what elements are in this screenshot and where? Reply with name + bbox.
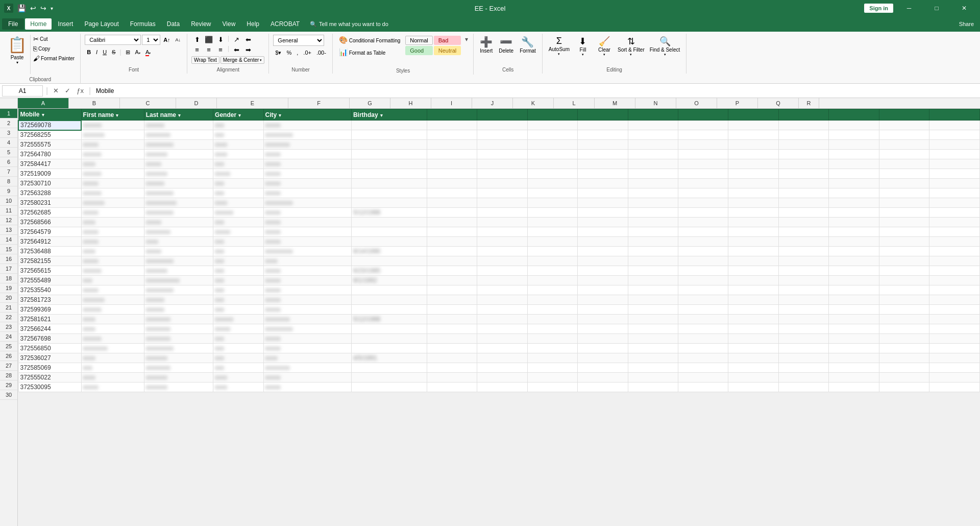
cell-r6-c15[interactable] [829,159,879,169]
col-header-k[interactable]: K [513,98,554,108]
cell-r28-c10[interactable] [578,373,628,382]
cell-r25-c3[interactable]: xxxxxxxxx [144,344,213,353]
cell-r18-c10[interactable] [578,276,628,285]
cell-r14-c13[interactable] [728,237,778,247]
cell-r11-c11[interactable] [628,208,678,218]
col-header-b[interactable]: B [69,98,120,108]
cell-r19-c12[interactable] [678,285,728,295]
cell-r14-c5[interactable]: xxxxx [263,237,351,247]
cell-r17-c11[interactable] [628,266,678,276]
cell-r24-c7[interactable] [427,334,477,344]
cell-r28-c3[interactable]: xxxxxxx [144,373,213,382]
cell-r15-c6[interactable]: 8/14/1990 [351,247,427,256]
cell-r5-c14[interactable] [778,150,828,159]
row-num-16[interactable]: 16 [0,254,17,264]
menu-acrobat[interactable]: ACROBAT [265,18,305,30]
share-button[interactable]: Share [955,19,978,29]
cell-r18-c17[interactable] [929,276,980,285]
table-row[interactable]: 372568255xxxxxxxxxxxxxxxxxxxxxxxxxxx [18,130,980,140]
cell-r28-c2[interactable]: xxxx [81,373,144,382]
minimize-button[interactable]: ─ [897,0,921,16]
cell-r28-c15[interactable] [829,373,879,382]
cell-r21-c17[interactable] [929,305,980,315]
cell-r5-c16[interactable] [879,150,929,159]
header-cell-city[interactable]: City▾ [263,109,351,121]
cell-r13-c5[interactable]: xxxxx [263,227,351,237]
cell-r9-c1[interactable]: 372563288 [18,188,81,198]
cell-r7-c2[interactable]: xxxxxx [81,169,144,179]
cell-r6-c5[interactable]: xxxxx [263,159,351,169]
cell-r12-c7[interactable] [427,218,477,227]
col-header-q[interactable]: Q [758,98,799,108]
col-header-g[interactable]: G [350,98,390,108]
col-header-p[interactable]: P [717,98,758,108]
copy-button[interactable]: ⎘ Copy [32,44,76,53]
borders-button[interactable]: ⊞ [124,47,132,57]
cell-r9-c8[interactable] [477,188,527,198]
cell-r3-c14[interactable] [778,130,828,140]
cell-r20-c8[interactable] [477,295,527,305]
cell-r22-c12[interactable] [678,315,728,324]
table-row[interactable]: 372568566xxxxxxxxxxxxxxxxx [18,218,980,227]
indent-button[interactable]: ⬅ [242,35,254,44]
cell-r16-c12[interactable] [678,256,728,266]
cell-r19-c6[interactable] [351,285,427,295]
cell-r23-c9[interactable] [527,324,577,334]
cell-r21-c11[interactable] [628,305,678,315]
italic-button[interactable]: I [94,47,100,57]
table-row[interactable]: 372536488xxxxxxxxxxxxxxxxxxxxx8/14/1990 [18,247,980,256]
cell-r10-c1[interactable]: 372580231 [18,198,81,208]
cell-r23-c8[interactable] [477,324,527,334]
cell-r10-c14[interactable] [778,198,828,208]
cell-r15-c3[interactable]: xxxxx [144,247,213,256]
formula-input[interactable] [94,87,978,94]
cell-r29-c15[interactable] [829,382,879,392]
cell-r5-c3[interactable]: xxxxxxx [144,150,213,159]
cell-r20-c6[interactable] [351,295,427,305]
cell-r7-c8[interactable] [477,169,527,179]
format-cell-button[interactable]: 🔧 Format [518,35,538,55]
cell-r22-c15[interactable] [829,315,879,324]
increase-decimal-button[interactable]: .0+ [301,47,313,58]
cell-r29-c16[interactable] [879,382,929,392]
table-row[interactable]: 372569078xxxxxxxxxxxxxxxxxxxx [18,121,980,130]
cell-r10-c5[interactable]: xxxxxxxxx [263,198,351,208]
cell-r5-c11[interactable] [628,150,678,159]
cell-r23-c6[interactable] [351,324,427,334]
cell-r4-c5[interactable]: xxxxxxxx [263,140,351,150]
cell-r13-c10[interactable] [578,227,628,237]
cell-r29-c3[interactable]: xxxxxxx [144,382,213,392]
cell-r9-c7[interactable] [427,188,477,198]
cell-r16-c16[interactable] [879,256,929,266]
cell-r22-c4[interactable]: xxxxxx [213,315,263,324]
cell-r7-c6[interactable] [351,169,427,179]
autosum-button[interactable]: Σ AutoSum ▾ [547,35,572,57]
table-row[interactable]: 372599369xxxxxxxxxxxxxxxxxxxx [18,305,980,315]
cell-r18-c3[interactable]: xxxxxxxxxxx [144,276,213,285]
cell-r26-c17[interactable] [929,353,980,363]
cell-r13-c17[interactable] [929,227,980,237]
cell-r22-c11[interactable] [628,315,678,324]
cell-r28-c5[interactable]: xxxxx [263,373,351,382]
cell-r4-c11[interactable] [628,140,678,150]
col-header-m[interactable]: M [595,98,635,108]
cell-r29-c1[interactable]: 372530095 [18,382,81,392]
cell-r9-c11[interactable] [628,188,678,198]
cell-r6-c6[interactable] [351,159,427,169]
menu-page-layout[interactable]: Page Layout [79,18,124,30]
cell-r13-c16[interactable] [879,227,929,237]
cell-r19-c7[interactable] [427,285,477,295]
cell-r10-c3[interactable]: xxxxxxxxxx [144,198,213,208]
cell-r19-c13[interactable] [728,285,778,295]
col-header-d[interactable]: D [176,98,217,108]
cell-r6-c4[interactable]: xxx [213,159,263,169]
comma-button[interactable]: , [295,47,300,58]
cell-r2-c13[interactable] [728,121,778,130]
cell-r8-c7[interactable] [427,179,477,188]
fill-color-button[interactable]: A▾ [133,47,142,57]
tell-me-bar[interactable]: 🔍 Tell me what you want to do [310,21,388,28]
cell-r24-c2[interactable]: xxxxxx [81,334,144,344]
cell-r10-c9[interactable] [527,198,577,208]
cell-r28-c1[interactable]: 372555022 [18,373,81,382]
cell-r11-c1[interactable]: 372562685 [18,208,81,218]
